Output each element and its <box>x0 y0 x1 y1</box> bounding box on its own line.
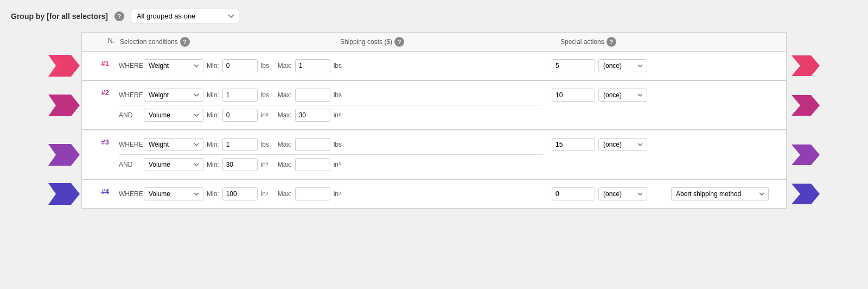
condition-keyword: WHERE <box>119 62 141 70</box>
condition-line-2-1: WHEREWeightVolumePriceQuantityMin:lbsMax… <box>114 85 547 105</box>
condition-keyword: WHERE <box>119 190 141 198</box>
left-arrow-rule-4 <box>48 180 80 208</box>
shipping-cell-1: (once)(per item)(per kg) <box>547 52 667 80</box>
max-input[interactable] <box>295 109 330 122</box>
rule-row-2: #2WHEREWeightVolumePriceQuantityMin:lbsM… <box>82 81 786 130</box>
condition-line-3-2: ANDWeightVolumePriceQuantityMin:in³Max:i… <box>114 155 547 174</box>
frequency-select[interactable]: (once)(per item)(per kg) <box>598 89 647 102</box>
cost-input[interactable] <box>552 59 595 72</box>
min-input[interactable] <box>222 109 258 122</box>
condition-selector[interactable]: WeightVolumePriceQuantity <box>144 187 203 200</box>
max-unit: lbs <box>334 91 347 99</box>
max-label: Max: <box>278 141 292 148</box>
min-input[interactable] <box>222 138 258 151</box>
min-label: Min: <box>207 161 219 168</box>
min-input[interactable] <box>222 59 258 72</box>
table-row: #3WHEREWeightVolumePriceQuantityMin:lbsM… <box>82 130 786 179</box>
right-arrow-rule-1 <box>792 53 820 78</box>
min-label: Min: <box>207 62 219 70</box>
frequency-select[interactable]: (once)(per item)(per kg) <box>598 59 647 72</box>
max-input[interactable] <box>295 89 330 102</box>
condition-line-2-2: ANDWeightVolumePriceQuantityMin:in³Max:i… <box>114 105 547 125</box>
max-input[interactable] <box>295 59 330 72</box>
left-arrow-rule-3 <box>48 141 80 169</box>
rule-number-2: #2 <box>82 81 114 129</box>
min-input[interactable] <box>222 89 258 102</box>
header-col-special: Special actions ? <box>560 37 781 47</box>
rule-number-1: #1 <box>82 52 114 80</box>
header-col-selection: Selection conditions ? <box>120 37 340 47</box>
table-header: N. Selection conditions ? Shipping costs… <box>82 33 786 52</box>
shipping-cell-3: (once)(per item)(per kg) <box>547 130 667 179</box>
cost-input[interactable] <box>552 138 595 151</box>
rule-number-3: #3 <box>82 130 114 179</box>
condition-selector[interactable]: WeightVolumePriceQuantity <box>144 109 203 122</box>
frequency-select[interactable]: (once)(per item)(per kg) <box>598 187 647 200</box>
condition-selector[interactable]: WeightVolumePriceQuantity <box>144 59 203 72</box>
conditions-cell-4: WHEREWeightVolumePriceQuantityMin:in³Max… <box>114 180 547 208</box>
max-label: Max: <box>278 62 292 70</box>
condition-selector[interactable]: WeightVolumePriceQuantity <box>144 158 203 171</box>
max-input[interactable] <box>295 158 330 171</box>
right-arrow-rule-3 <box>792 142 820 167</box>
min-input[interactable] <box>222 187 258 200</box>
header-col-shipping: Shipping costs ($) ? <box>340 37 560 47</box>
conditions-cell-1: WHEREWeightVolumePriceQuantityMin:lbsMax… <box>114 52 547 80</box>
min-label: Min: <box>207 111 219 119</box>
condition-line-3-1: WHEREWeightVolumePriceQuantityMin:lbsMax… <box>114 135 547 154</box>
max-label: Max: <box>278 190 292 198</box>
min-label: Min: <box>207 190 219 198</box>
special-cell-2 <box>667 81 786 129</box>
table-row: #2WHEREWeightVolumePriceQuantityMin:lbsM… <box>82 81 786 129</box>
min-unit: lbs <box>261 141 275 148</box>
min-unit: lbs <box>261 91 275 99</box>
min-input[interactable] <box>222 158 258 171</box>
group-label: Group by [for all selectors] <box>11 12 108 21</box>
group-select[interactable]: All grouped as oneGroup by selectorNo gr… <box>131 9 239 23</box>
min-unit: in³ <box>261 161 275 168</box>
group-help-icon[interactable]: ? <box>114 11 124 21</box>
svg-marker-8 <box>792 144 820 165</box>
shipping-help-icon[interactable]: ? <box>394 37 404 47</box>
max-unit: in³ <box>334 190 347 198</box>
condition-line-1-1: WHEREWeightVolumePriceQuantityMin:lbsMax… <box>114 56 547 76</box>
special-cell-1 <box>667 52 786 80</box>
condition-line-4-1: WHEREWeightVolumePriceQuantityMin:in³Max… <box>114 184 547 204</box>
special-action-select[interactable]: Abort shipping methodFree shippingNone <box>671 187 769 200</box>
special-help-icon[interactable]: ? <box>607 37 616 47</box>
max-input[interactable] <box>295 187 330 200</box>
shipping-cell-4: (once)(per item)(per kg) <box>547 180 667 208</box>
max-unit: in³ <box>334 161 347 168</box>
max-label: Max: <box>278 111 292 119</box>
condition-keyword: AND <box>119 111 141 119</box>
special-cell-3 <box>667 130 786 179</box>
max-unit: lbs <box>334 62 347 70</box>
table-row: #4WHEREWeightVolumePriceQuantityMin:in³M… <box>82 180 786 208</box>
svg-marker-11 <box>792 184 820 204</box>
right-arrow-rule-2 <box>792 93 820 118</box>
min-label: Min: <box>207 91 219 99</box>
rule-row-3: #3WHEREWeightVolumePriceQuantityMin:lbsM… <box>82 130 786 180</box>
left-arrow-rule-2 <box>48 91 80 120</box>
main-table-wrapper: N. Selection conditions ? Shipping costs… <box>49 32 819 209</box>
rule-number-4: #4 <box>82 180 114 208</box>
max-unit: lbs <box>334 141 347 148</box>
cost-input[interactable] <box>552 89 595 102</box>
left-arrow-rule-1 <box>48 52 80 80</box>
max-input[interactable] <box>295 138 330 151</box>
rule-row-1: #1WHEREWeightVolumePriceQuantityMin:lbsM… <box>82 52 786 81</box>
max-label: Max: <box>278 161 292 168</box>
min-unit: lbs <box>261 62 275 70</box>
max-unit: in³ <box>334 111 347 119</box>
min-label: Min: <box>207 141 219 148</box>
shipping-cell-2: (once)(per item)(per kg) <box>547 81 667 129</box>
selection-help-icon[interactable]: ? <box>180 37 190 47</box>
rules-table: N. Selection conditions ? Shipping costs… <box>81 32 787 209</box>
frequency-select[interactable]: (once)(per item)(per kg) <box>598 138 647 151</box>
condition-selector[interactable]: WeightVolumePriceQuantity <box>144 89 203 102</box>
condition-selector[interactable]: WeightVolumePriceQuantity <box>144 138 203 151</box>
cost-input[interactable] <box>552 187 595 200</box>
svg-marker-5 <box>792 95 820 116</box>
table-row: #1WHEREWeightVolumePriceQuantityMin:lbsM… <box>82 52 786 80</box>
special-cell-4: Abort shipping methodFree shippingNone <box>667 180 786 208</box>
